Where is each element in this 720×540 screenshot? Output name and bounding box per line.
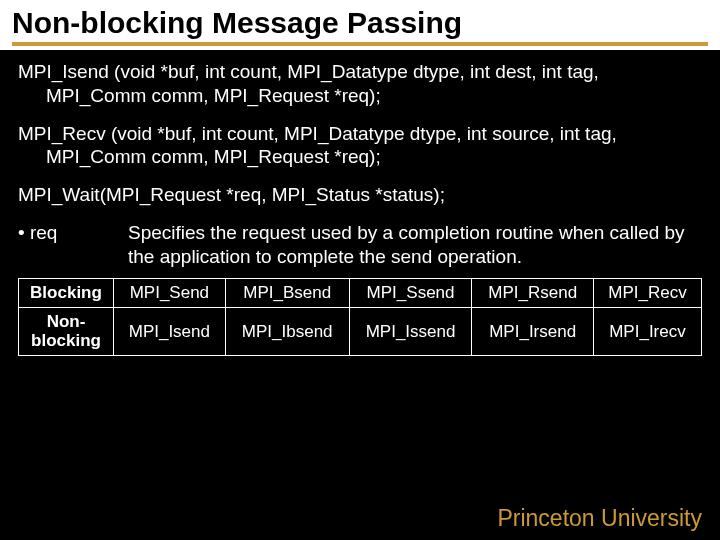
table-cell: MPI_Send: [114, 279, 226, 308]
signature-isend: MPI_Isend (void *buf, int count, MPI_Dat…: [18, 60, 702, 108]
table-cell: MPI_Irecv: [593, 307, 701, 355]
table-cell: MPI_Rsend: [472, 279, 594, 308]
bullet-label: • req: [18, 221, 128, 269]
title-underline: [12, 42, 708, 46]
title-bar: Non-blocking Message Passing: [0, 0, 720, 50]
slide-title: Non-blocking Message Passing: [12, 6, 708, 40]
table-cell: MPI_Ssend: [349, 279, 472, 308]
footer-attribution: Princeton University: [497, 505, 702, 532]
table-cell: MPI_Issend: [349, 307, 472, 355]
bullet-req: • req Specifies the request used by a co…: [18, 221, 702, 269]
signature-recv: MPI_Recv (void *buf, int count, MPI_Data…: [18, 122, 702, 170]
table-row: Non-blocking MPI_Isend MPI_Ibsend MPI_Is…: [19, 307, 702, 355]
table-cell: MPI_Recv: [593, 279, 701, 308]
slide-content: MPI_Isend (void *buf, int count, MPI_Dat…: [0, 50, 720, 356]
mpi-table: Blocking MPI_Send MPI_Bsend MPI_Ssend MP…: [18, 278, 702, 356]
table-cell: MPI_Bsend: [225, 279, 349, 308]
row-head-nonblocking: Non-blocking: [19, 307, 114, 355]
row-head-blocking: Blocking: [19, 279, 114, 308]
signature-wait: MPI_Wait(MPI_Request *req, MPI_Status *s…: [18, 183, 702, 207]
bullet-description: Specifies the request used by a completi…: [128, 221, 702, 269]
table-cell: MPI_Isend: [114, 307, 226, 355]
table-cell: MPI_Irsend: [472, 307, 594, 355]
table-cell: MPI_Ibsend: [225, 307, 349, 355]
table-row: Blocking MPI_Send MPI_Bsend MPI_Ssend MP…: [19, 279, 702, 308]
